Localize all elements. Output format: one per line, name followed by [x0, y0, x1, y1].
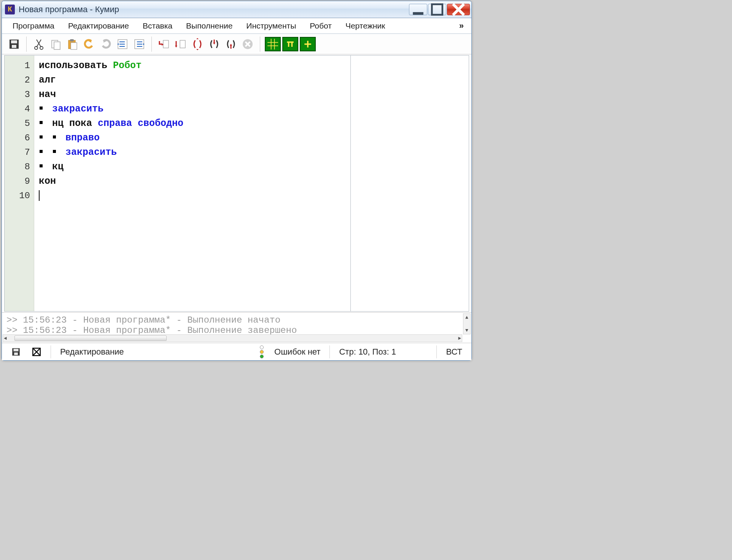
save-icon[interactable] — [6, 37, 22, 52]
indent-right-icon[interactable] — [132, 37, 147, 52]
redo-icon[interactable] — [98, 37, 113, 52]
svg-rect-1 — [432, 4, 442, 15]
close-button[interactable] — [447, 4, 470, 15]
code-token: закрасить — [65, 147, 117, 158]
minimize-button[interactable] — [409, 4, 427, 15]
log-scrollbar-vertical[interactable]: ▲ ▼ — [463, 313, 471, 334]
status-position: Стр: 10, Поз: 1 — [334, 347, 433, 357]
code-line[interactable]: закрасить — [39, 102, 346, 116]
undo-icon[interactable] — [81, 37, 97, 52]
window-title: Новая программа - Кумир — [19, 5, 409, 14]
menu-overflow[interactable]: » — [455, 21, 468, 31]
menu-execute[interactable]: Выполнение — [179, 19, 239, 33]
titlebar: К Новая программа - Кумир — [2, 1, 471, 18]
text-caret — [39, 190, 40, 201]
code-line[interactable]: кон — [39, 174, 346, 189]
line-number: 6 — [5, 131, 30, 145]
status-clear-icon[interactable] — [26, 347, 47, 357]
menu-edit[interactable]: Редактирование — [61, 19, 136, 33]
indent-dot-icon — [40, 121, 43, 124]
log-scrollbar-horizontal[interactable]: ◄ ► — [3, 334, 462, 342]
run-to-cursor-icon[interactable] — [207, 37, 222, 52]
status-save-icon[interactable] — [6, 347, 26, 357]
svg-rect-17 — [267, 39, 278, 49]
scroll-down-icon[interactable]: ▼ — [465, 327, 469, 334]
code-line[interactable] — [39, 189, 346, 203]
svg-rect-14 — [163, 40, 169, 48]
code-line[interactable]: нц пока справа свободно — [39, 116, 346, 131]
cut-icon[interactable] — [31, 37, 46, 52]
step-into-icon[interactable] — [156, 37, 172, 52]
robot-grid-icon[interactable] — [265, 37, 281, 51]
code-token: нц пока — [52, 118, 98, 129]
status-traffic-icon — [255, 345, 269, 358]
svg-rect-8 — [54, 42, 60, 49]
code-line[interactable]: вправо — [39, 131, 346, 145]
svg-point-5 — [35, 46, 38, 49]
output-pane — [351, 56, 469, 311]
line-number: 4 — [5, 102, 30, 116]
toolbar-separator — [26, 37, 27, 52]
svg-rect-10 — [71, 43, 77, 49]
code-token: закрасить — [52, 103, 103, 115]
menu-insert[interactable]: Вставка — [136, 19, 179, 33]
indent-dot-icon — [40, 164, 43, 167]
scroll-up-icon[interactable]: ▲ — [465, 314, 469, 321]
toolbar-separator — [151, 37, 152, 52]
step-over-icon[interactable] — [173, 37, 188, 52]
line-number: 7 — [5, 145, 30, 160]
svg-rect-11 — [70, 39, 74, 41]
indent-left-icon[interactable] — [115, 37, 130, 52]
code-token: вправо — [65, 132, 100, 143]
copy-icon[interactable] — [48, 37, 63, 52]
toolbar-separator — [260, 37, 260, 52]
line-number: 1 — [5, 59, 30, 73]
indent-dot-icon — [53, 150, 56, 153]
menu-draftsman[interactable]: Чертежник — [339, 19, 392, 33]
scroll-thumb[interactable] — [14, 336, 167, 341]
run-icon[interactable] — [190, 37, 205, 52]
robot-plus-icon[interactable] — [300, 37, 316, 51]
code-token: кон — [39, 176, 56, 187]
line-number: 3 — [5, 88, 30, 102]
menu-tools[interactable]: Инструменты — [239, 19, 303, 33]
status-errors: Ошибок нет — [269, 347, 326, 357]
status-mode-label: Редактирование — [60, 347, 124, 357]
code-line[interactable]: нач — [39, 88, 346, 102]
stop-icon[interactable] — [240, 37, 255, 52]
go-back-icon[interactable] — [223, 37, 239, 52]
toolbar — [2, 34, 471, 54]
menu-robot[interactable]: Робот — [303, 19, 339, 33]
app-window: К Новая программа - Кумир Программа Реда… — [2, 1, 472, 361]
code-token: использовать — [39, 60, 113, 71]
code-editor[interactable]: использовать Роботалгнач закрасить нц по… — [34, 56, 350, 311]
line-number: 9 — [5, 174, 30, 189]
code-line[interactable]: кц — [39, 160, 346, 174]
scroll-right-icon[interactable]: ► — [457, 335, 462, 342]
maximize-button[interactable] — [428, 4, 446, 15]
scroll-left-icon[interactable]: ◄ — [3, 335, 8, 342]
status-mode: Редактирование — [55, 347, 255, 357]
log-line: >> 15:56:23 - Новая программа* - Выполне… — [6, 325, 467, 336]
menubar: Программа Редактирование Вставка Выполне… — [2, 18, 471, 34]
code-line[interactable]: использовать Робот — [39, 59, 346, 73]
app-icon: К — [5, 5, 15, 14]
menu-program[interactable]: Программа — [6, 19, 61, 33]
svg-rect-4 — [12, 45, 16, 48]
code-line[interactable]: алг — [39, 73, 346, 88]
svg-rect-3 — [11, 40, 17, 43]
svg-rect-21 — [14, 348, 19, 351]
log-panel: >> 15:56:23 - Новая программа* - Выполне… — [2, 312, 471, 343]
robot-pi-icon[interactable] — [282, 37, 298, 51]
code-token: алг — [39, 75, 56, 86]
content-area: 12345678910 использовать Роботалгнач зак… — [4, 55, 469, 312]
line-number: 8 — [5, 160, 30, 174]
code-line[interactable]: закрасить — [39, 145, 346, 160]
line-number: 10 — [5, 189, 30, 203]
indent-dot-icon — [40, 107, 43, 110]
svg-rect-22 — [14, 352, 18, 355]
line-number: 2 — [5, 73, 30, 88]
paste-icon[interactable] — [65, 37, 80, 52]
log-line: >> 15:56:23 - Новая программа* - Выполне… — [6, 315, 467, 325]
window-controls — [409, 4, 470, 15]
